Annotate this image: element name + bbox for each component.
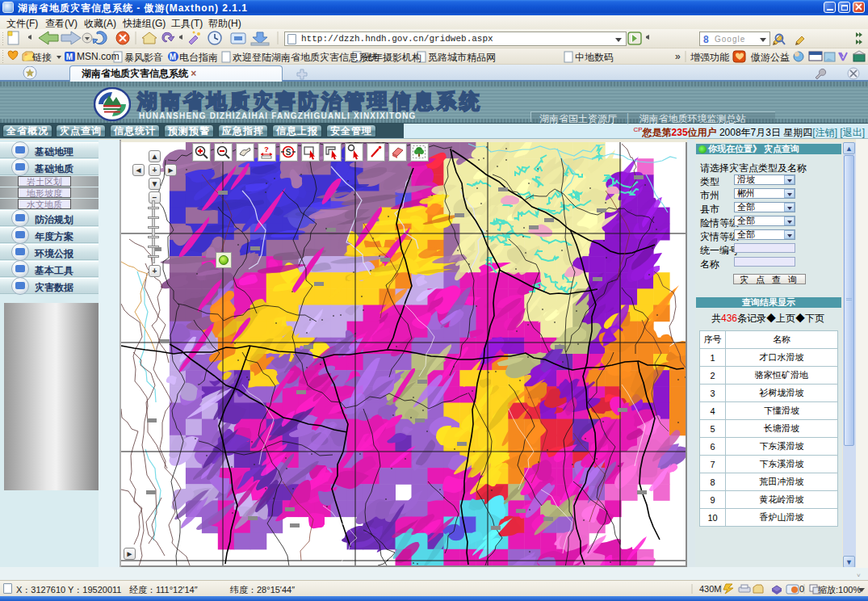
svg-text:M: M bbox=[170, 53, 176, 61]
svg-text:M: M bbox=[66, 53, 73, 61]
svg-text:S: S bbox=[286, 148, 291, 157]
svg-text:?: ? bbox=[264, 145, 269, 153]
